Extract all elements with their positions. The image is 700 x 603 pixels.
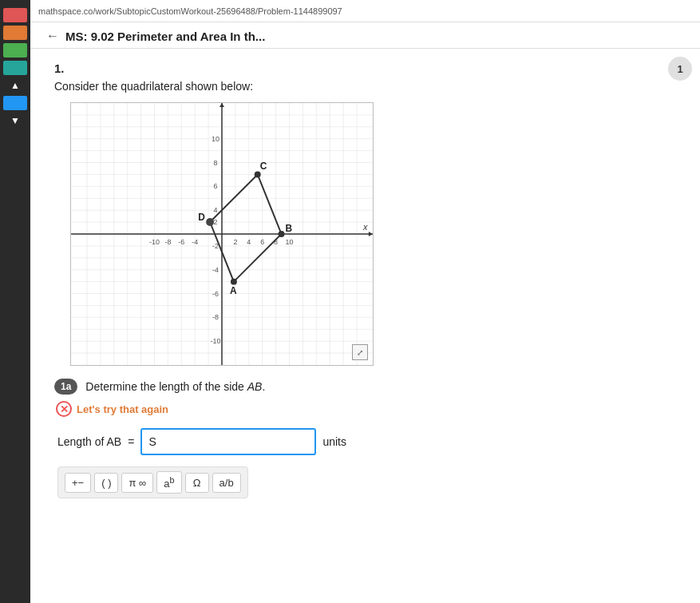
circle-button[interactable]: 1 [668,57,692,81]
sidebar-item-2[interactable] [3,26,27,40]
expand-graph-button[interactable]: ⤢ [352,344,368,360]
svg-text:C: C [260,161,267,172]
svg-text:8: 8 [214,159,218,167]
sidebar-item-5[interactable] [3,96,27,110]
kb-btn-power[interactable]: ab [156,471,181,494]
answer-row: Length of AB = units [57,428,676,455]
svg-text:4: 4 [214,206,218,214]
svg-point-69 [279,231,285,237]
svg-text:-8: -8 [164,238,171,246]
question-text: Consider the quadrilateral shown below: [54,80,676,93]
kb-btn-parens[interactable]: ( ) [94,473,118,493]
svg-point-70 [255,171,261,177]
content-area: 1 1. Consider the quadrilateral shown be… [30,49,700,603]
kb-btn-omega[interactable]: Ω [185,473,209,493]
svg-text:6: 6 [260,238,264,246]
svg-text:10: 10 [212,135,219,143]
answer-input[interactable] [140,428,316,455]
svg-text:A: A [230,285,237,296]
svg-text:-4: -4 [212,266,219,274]
sidebar-arrow-up[interactable]: ▲ [10,80,20,91]
svg-point-71 [206,218,214,226]
top-bar: mathspace.co/work/SubtopicCustomWorkout-… [30,0,700,22]
part-text: Determine the length of the side AB. [85,379,265,393]
kb-btn-fraction[interactable]: a/b [212,473,241,493]
svg-text:2: 2 [233,238,237,246]
units-label: units [322,435,346,448]
sidebar-item-4[interactable] [3,61,27,75]
answer-label: Length of AB [57,435,121,448]
sidebar-item-3[interactable] [3,43,27,58]
error-icon: ✕ [56,401,72,417]
kb-btn-plus-minus[interactable]: +− [65,473,91,493]
svg-text:-10: -10 [149,238,160,246]
svg-text:2: 2 [214,218,218,226]
svg-text:D: D [198,212,205,223]
svg-text:6: 6 [214,182,218,190]
sidebar-arrow-down[interactable]: ▼ [10,115,20,126]
svg-text:-8: -8 [212,313,219,321]
svg-text:4: 4 [247,238,251,246]
question-number: 1. [54,61,676,75]
svg-text:-6: -6 [212,290,219,298]
svg-text:10: 10 [286,238,294,246]
kb-btn-pi-inf[interactable]: π ∞ [121,473,153,493]
answer-equals: = [128,435,134,448]
part-header: 1a Determine the length of the side AB. [54,379,676,395]
keyboard-toolbar: +− ( ) π ∞ ab Ω a/b [57,466,248,498]
svg-text:-4: -4 [192,238,198,246]
coordinate-graph: -10 -8 -6 -4 2 4 6 8 10 10 8 6 4 2 -2 -4… [70,102,374,366]
svg-text:B: B [286,223,293,234]
sidebar-item-1[interactable] [3,8,27,22]
main-content: mathspace.co/work/SubtopicCustomWorkout-… [30,0,700,603]
graph-svg: -10 -8 -6 -4 2 4 6 8 10 10 8 6 4 2 -2 -4… [71,103,373,365]
page-title: MS: 9.02 Perimeter and Area In th... [65,30,265,43]
svg-text:-6: -6 [178,238,184,246]
sidebar: ▲ ▼ [0,0,30,603]
error-text: Let's try that again [77,403,168,415]
svg-text:-10: -10 [211,337,221,345]
svg-point-68 [231,279,237,285]
part-1a-section: 1a Determine the length of the side AB. … [54,379,676,498]
svg-text:x: x [362,222,368,232]
error-row: ✕ Let's try that again [56,401,676,417]
back-button[interactable]: ← [46,29,59,43]
page-header: ← MS: 9.02 Perimeter and Area In th... [30,22,700,49]
url-display: mathspace.co/work/SubtopicCustomWorkout-… [38,6,342,16]
part-badge: 1a [54,379,77,395]
